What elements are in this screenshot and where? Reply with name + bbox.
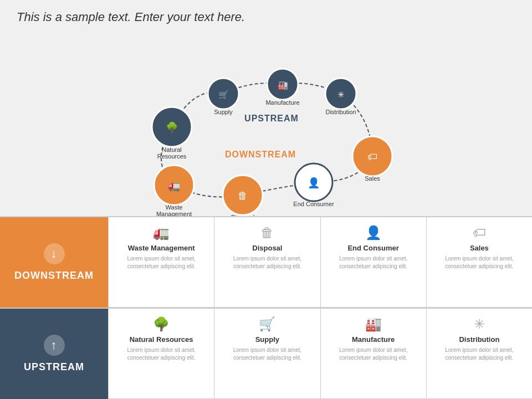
person-icon: 👤 [365, 225, 382, 241]
card-distribution: ✳ Distribution Lorem ipsum dolor sit ame… [426, 309, 532, 399]
distribution-title: Distribution [459, 335, 499, 344]
supply-title: Supply [255, 335, 279, 344]
card-supply: 🛒 Supply Lorem ipsum dolor sit amet, con… [214, 309, 320, 399]
disposal-title: Disposal [252, 244, 282, 252]
card-disposal: 🗑 Disposal Lorem ipsum dolor sit amet, c… [214, 217, 320, 308]
waste-management-text: Lorem ipsum dolor sit amet, consectetuer… [115, 255, 207, 270]
end-consumer-text: Lorem ipsum dolor sit amet, consectetuer… [328, 255, 420, 270]
svg-text:🏭: 🏭 [278, 80, 288, 90]
downstream-label: DOWNSTREAM [225, 150, 296, 159]
svg-text:Manufacture: Manufacture [265, 99, 299, 106]
waste-management-title: Waste Management [128, 244, 195, 252]
natural-resources-title: Natural Resources [130, 335, 193, 344]
sales-text: Lorem ipsum dolor sit amet, consectetuer… [433, 255, 525, 270]
downstream-arrow-icon: ↓ [44, 243, 65, 264]
distribution-text: Lorem ipsum dolor sit amet, consectetuer… [433, 346, 525, 362]
natural-resources-text: Lorem ipsum dolor sit amet, consectetuer… [115, 346, 207, 362]
svg-text:🚛: 🚛 [168, 180, 181, 192]
downstream-label-box: ↓ DOWNSTREAM [0, 217, 108, 308]
disposal-text: Lorem ipsum dolor sit amet, consectetuer… [221, 255, 313, 270]
svg-text:Resources: Resources [157, 153, 187, 160]
diagram-area: UPSTREAM DOWNSTREAM 🌳 Natural Resources … [0, 30, 532, 235]
factory-icon: 🏭 [365, 316, 382, 332]
svg-text:🗑: 🗑 [238, 190, 248, 201]
page: This is a sample text. Enter your text h… [0, 0, 532, 399]
card-manufacture: 🏭 Manufacture Lorem ipsum dolor sit amet… [320, 309, 426, 399]
svg-text:🏷: 🏷 [367, 151, 377, 162]
card-end-consumer: 👤 End Consumer Lorem ipsum dolor sit ame… [320, 217, 426, 308]
page-title: This is a sample text. Enter your text h… [0, 0, 532, 30]
sales-title: Sales [470, 244, 489, 252]
tag-icon: 🏷 [473, 225, 486, 241]
svg-text:🛒: 🛒 [218, 90, 229, 100]
svg-text:🌳: 🌳 [166, 121, 178, 134]
upstream-row: ↑ UPSTREAM 🌳 Natural Resources Lorem ips… [0, 308, 532, 399]
tree-icon: 🌳 [153, 316, 170, 332]
svg-text:Waste: Waste [166, 204, 183, 211]
svg-text:Supply: Supply [214, 109, 233, 115]
svg-text:Natural: Natural [162, 146, 181, 153]
downstream-row: ↓ DOWNSTREAM 🚛 Waste Management Lorem ip… [0, 216, 532, 308]
cards-area: ↓ DOWNSTREAM 🚛 Waste Management Lorem ip… [0, 216, 532, 399]
asterisk-icon: ✳ [474, 316, 485, 332]
manufacture-title: Manufacture [352, 335, 395, 344]
trash-icon: 🗑 [260, 225, 274, 241]
end-consumer-title: End Consumer [347, 244, 398, 252]
upstream-label-box: ↑ UPSTREAM [0, 309, 108, 399]
svg-text:Sales: Sales [365, 175, 380, 182]
svg-text:End Consumer: End Consumer [293, 201, 334, 207]
svg-text:👤: 👤 [308, 177, 320, 189]
card-natural-resources: 🌳 Natural Resources Lorem ipsum dolor si… [108, 309, 214, 399]
upstream-label: UPSTREAM [244, 114, 299, 123]
manufacture-text: Lorem ipsum dolor sit amet, consectetuer… [328, 346, 420, 362]
truck-icon: 🚛 [153, 225, 170, 241]
card-sales: 🏷 Sales Lorem ipsum dolor sit amet, cons… [426, 217, 532, 308]
upstream-arrow-icon: ↑ [44, 335, 65, 356]
cart-icon: 🛒 [259, 316, 275, 332]
svg-text:Distribution: Distribution [325, 109, 356, 115]
card-waste-management: 🚛 Waste Management Lorem ipsum dolor sit… [108, 217, 214, 308]
supply-text: Lorem ipsum dolor sit amet, consectetuer… [221, 346, 313, 362]
svg-text:✳: ✳ [337, 90, 345, 99]
